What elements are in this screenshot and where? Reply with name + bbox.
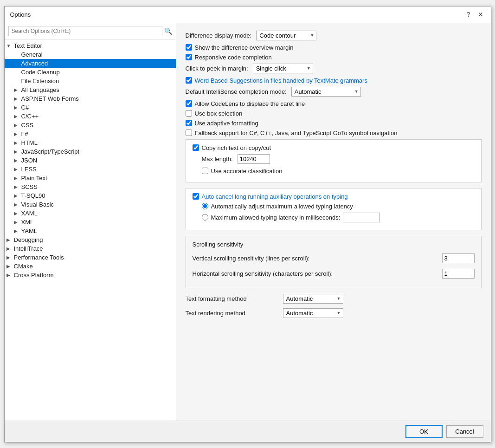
tree-item-cross-platform[interactable]: ▶Cross Platform	[5, 271, 176, 279]
intellisense-mode-dropdown[interactable]: Automatic Tab only Enter only	[291, 87, 361, 97]
tree-item-plain-text[interactable]: ▶Plain Text	[5, 174, 176, 182]
tree-item-less[interactable]: ▶LESS	[5, 165, 176, 174]
tree-item-code-cleanup[interactable]: Code Cleanup	[5, 68, 176, 77]
tree-label-cpp: C/C++	[21, 113, 39, 120]
tree-arrow-debugging: ▶	[6, 237, 14, 242]
tree-label-json: JSON	[21, 157, 38, 164]
word-based-suggestions-checkbox[interactable]	[186, 77, 192, 84]
tree-arrow-html: ▶	[14, 140, 21, 145]
horizontal-scroll-input[interactable]	[442, 269, 475, 279]
tree-item-xml[interactable]: ▶XML	[5, 218, 176, 227]
click-to-peek-dropdown-wrapper: Single click Double click	[253, 64, 313, 73]
tree-label-general: General	[21, 51, 43, 58]
tree-item-yaml[interactable]: ▶YAML	[5, 227, 176, 235]
click-to-peek-row: Click to peek in margin: Single click Do…	[186, 64, 482, 73]
tree-label-advanced: Advanced	[21, 60, 48, 67]
cancel-button[interactable]: Cancel	[446, 425, 483, 438]
tree-arrow-csharp: ▶	[14, 105, 21, 110]
tree-item-debugging[interactable]: ▶Debugging	[5, 235, 176, 244]
tree-label-less: LESS	[21, 166, 37, 173]
tree-item-javascript-typescript[interactable]: ▶JavaScript/TypeScript	[5, 147, 176, 156]
horizontal-scroll-label: Horizontal scrolling sensitivity (charac…	[193, 270, 333, 277]
tree-item-file-extension[interactable]: File Extension	[5, 77, 176, 85]
auto-adjust-radio[interactable]	[202, 203, 208, 209]
ok-button[interactable]: OK	[405, 425, 443, 438]
tree-item-json[interactable]: ▶JSON	[5, 156, 176, 165]
tree-item-aspnet-web-forms[interactable]: ▶ASP.NET Web Forms	[5, 94, 176, 103]
tree-arrow-aspnet-web-forms: ▶	[14, 96, 21, 101]
tree-item-html[interactable]: ▶HTML	[5, 138, 176, 147]
copy-rich-text-group: Copy rich text on copy/cut Max length: U…	[186, 139, 482, 182]
tree-arrow-scss: ▶	[14, 184, 21, 189]
allow-codelens-row: Allow CodeLens to displace the caret lin…	[186, 100, 482, 107]
use-accurate-classification-label: Use accurate classification	[211, 168, 283, 175]
search-input[interactable]	[8, 26, 162, 36]
responsive-code-completion-checkbox[interactable]	[186, 54, 192, 60]
tree-item-xaml[interactable]: ▶XAML	[5, 209, 176, 218]
tree-item-general[interactable]: General	[5, 50, 176, 59]
difference-display-dropdown-wrapper: Code contour Full diff None	[256, 31, 316, 40]
tree-item-csharp[interactable]: ▶C#	[5, 103, 176, 112]
fallback-support-checkbox[interactable]	[186, 130, 192, 136]
tree-label-csharp: C#	[21, 104, 29, 111]
max-latency-radio-row: Maximum allowed typing latency in millis…	[202, 213, 475, 222]
copy-rich-text-indent: Max length: Use accurate classification	[202, 154, 475, 175]
tree-item-t-sql90[interactable]: ▶T-SQL90	[5, 191, 176, 200]
text-formatting-dropdown[interactable]: Automatic GDI DirectWrite	[283, 294, 343, 304]
tree-item-performance-tools[interactable]: ▶Performance Tools	[5, 253, 176, 262]
tree-label-text-editor: Text Editor	[14, 42, 42, 49]
tree-item-fsharp[interactable]: ▶F#	[5, 130, 176, 138]
max-latency-input[interactable]	[343, 213, 380, 222]
use-box-selection-checkbox[interactable]	[186, 110, 192, 117]
tree-item-visual-basic[interactable]: ▶Visual Basic	[5, 200, 176, 209]
allow-codelens-label: Allow CodeLens to displace the caret lin…	[195, 100, 305, 107]
allow-codelens-checkbox[interactable]	[186, 100, 192, 107]
tree-item-all-languages[interactable]: ▶All Languages	[5, 85, 176, 94]
dialog-title: Options	[10, 11, 31, 18]
tree-item-scss[interactable]: ▶SCSS	[5, 182, 176, 191]
title-bar-controls: ? ✕	[465, 10, 485, 19]
vertical-scroll-input[interactable]	[442, 253, 475, 263]
search-icon[interactable]: 🔍	[164, 27, 172, 35]
use-adaptive-formatting-checkbox[interactable]	[186, 120, 192, 126]
tree-label-debugging: Debugging	[14, 236, 43, 243]
intellisense-mode-row: Default IntelliSense completion mode: Au…	[186, 87, 482, 97]
tree-arrow-yaml: ▶	[14, 228, 21, 234]
tree-item-css[interactable]: ▶CSS	[5, 121, 176, 130]
tree-label-javascript-typescript: JavaScript/TypeScript	[21, 148, 80, 155]
tree-item-text-editor[interactable]: ▼Text Editor	[5, 41, 176, 50]
tree-label-intellitrace: IntelliTrace	[14, 245, 43, 252]
tree-item-cmake[interactable]: ▶CMake	[5, 262, 176, 271]
tree-label-fsharp: F#	[21, 130, 28, 137]
tree-label-visual-basic: Visual Basic	[21, 201, 54, 208]
close-button[interactable]: ✕	[476, 10, 485, 19]
difference-display-label: Difference display mode:	[186, 32, 252, 39]
max-latency-radio[interactable]	[202, 214, 208, 221]
copy-rich-text-label: Copy rich text on copy/cut	[202, 144, 271, 151]
auto-cancel-row: Auto cancel long running auxiliary opera…	[193, 193, 475, 200]
help-button[interactable]: ?	[465, 10, 472, 19]
copy-rich-text-checkbox[interactable]	[193, 144, 199, 151]
intellisense-mode-dropdown-wrapper: Automatic Tab only Enter only	[291, 87, 361, 97]
tree-item-cpp[interactable]: ▶C/C++	[5, 112, 176, 121]
tree-arrow-javascript-typescript: ▶	[14, 149, 21, 154]
show-diff-overview-checkbox[interactable]	[186, 44, 192, 51]
word-based-suggestions-label: Word Based Suggestions in files handled …	[195, 77, 367, 84]
tree-arrow-fsharp: ▶	[14, 131, 21, 136]
word-based-suggestions-row: Word Based Suggestions in files handled …	[186, 77, 482, 84]
tree-item-intellitrace[interactable]: ▶IntelliTrace	[5, 244, 176, 253]
auto-adjust-radio-row: Automatically adjust maximum allowed typ…	[202, 203, 475, 210]
max-length-input[interactable]	[238, 154, 270, 164]
use-accurate-classification-checkbox[interactable]	[202, 168, 208, 174]
text-rendering-dropdown[interactable]: Automatic GDI DirectWrite	[283, 308, 343, 318]
vertical-scroll-label: Vertical scrolling sensitivity (lines pe…	[193, 255, 310, 262]
auto-cancel-group: Auto cancel long running auxiliary opera…	[186, 188, 482, 230]
tree-label-html: HTML	[21, 139, 38, 146]
auto-cancel-checkbox[interactable]	[193, 193, 199, 200]
tree-arrow-less: ▶	[14, 167, 21, 172]
difference-display-dropdown[interactable]: Code contour Full diff None	[256, 31, 316, 40]
click-to-peek-dropdown[interactable]: Single click Double click	[253, 64, 313, 73]
tree-label-plain-text: Plain Text	[21, 175, 47, 182]
tree-item-advanced[interactable]: Advanced	[5, 59, 176, 68]
max-length-row: Max length:	[202, 154, 475, 164]
